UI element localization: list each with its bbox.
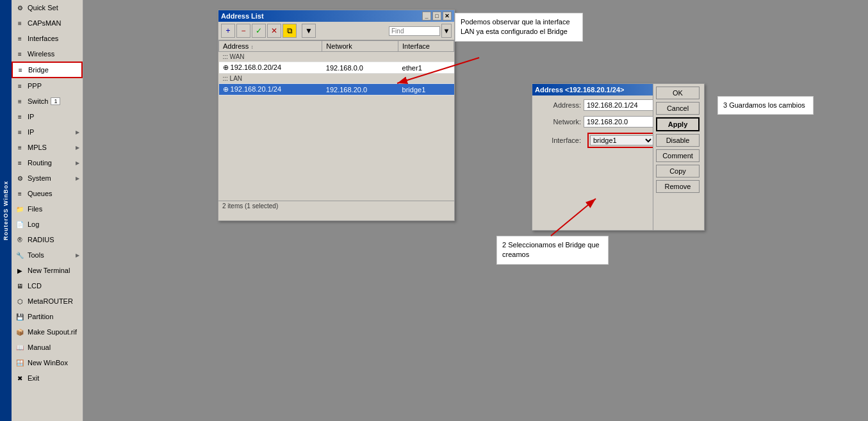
sidebar-label-switch: Switch: [28, 97, 48, 105]
apply-button[interactable]: Apply: [656, 117, 700, 131]
filter-button[interactable]: ▼: [302, 24, 316, 38]
sidebar-item-ppp[interactable]: ≡ PPP: [12, 78, 83, 94]
lan-interface: bridge1: [398, 84, 454, 95]
sidebar-label-ppp: PPP: [28, 82, 42, 90]
copy-button[interactable]: Copy: [656, 165, 700, 177]
interface-label: Interface:: [536, 136, 581, 144]
sidebar-item-interfaces[interactable]: ≡ Interfaces: [12, 31, 83, 46]
manual-icon: 📖: [15, 342, 25, 352]
network-label: Network:: [536, 118, 581, 126]
system-icon: ⚙: [15, 173, 25, 183]
restore-button[interactable]: □: [432, 12, 441, 21]
sidebar-item-metarouter[interactable]: ⬡ MetaROUTER: [12, 293, 83, 309]
system-arrow-icon: ▶: [76, 176, 79, 181]
sidebar-label-exit: Exit: [28, 374, 39, 382]
lcd-icon: 🖥: [15, 281, 25, 291]
annotation-text-3: 3 Guardamos los cambios: [723, 101, 805, 109]
interface-select[interactable]: bridge1 ether1: [590, 135, 654, 145]
sidebar-item-lcd[interactable]: 🖥 LCD: [12, 278, 83, 293]
annotation-box-3: 3 Guardamos los cambios: [717, 96, 814, 115]
address-detail-title: Address <192.168.20.1/24>: [535, 86, 624, 94]
sidebar-label-interfaces: Interfaces: [28, 35, 58, 42]
dropdown-arrow-button[interactable]: ▼: [441, 24, 452, 38]
sidebar-label-queues: Queues: [28, 190, 53, 197]
wireless-icon: ≡: [15, 49, 25, 59]
sidebar-item-queues[interactable]: ≡ Queues: [12, 186, 83, 201]
bridge-icon: ≡: [15, 65, 26, 75]
table-row-wan[interactable]: ⊕ 192.168.0.20/24 192.168.0.0 ether1: [219, 62, 454, 74]
address-label: Address:: [536, 101, 581, 109]
address-list-controls: _ □ ✕: [422, 12, 452, 21]
find-input[interactable]: [389, 26, 440, 36]
sidebar-label-mesh: IP: [28, 113, 34, 120]
sidebar-item-radius[interactable]: ® RADIUS: [12, 232, 83, 247]
group-label-wan: ::: WAN: [219, 52, 454, 62]
sidebar-item-tools[interactable]: 🔧 Tools ▶: [12, 247, 83, 263]
col-network[interactable]: Network: [322, 41, 398, 52]
sidebar-label-lcd: LCD: [28, 282, 42, 290]
interfaces-icon: ≡: [15, 33, 25, 44]
sidebar-label-mpls: MPLS: [28, 144, 47, 151]
sidebar-item-capsman[interactable]: ≡ CAPsMAN: [12, 15, 83, 31]
sidebar-items: ⚙ Quick Set ≡ CAPsMAN ≡ Interfaces ≡ Wir…: [12, 0, 83, 421]
sidebar-item-ip[interactable]: ≡ IP ▶: [12, 124, 83, 140]
group-row-wan: ::: WAN: [219, 52, 454, 62]
sidebar-item-wireless[interactable]: ≡ Wireless: [12, 46, 83, 62]
terminal-icon: ▶: [15, 265, 25, 276]
remove-button[interactable]: Remove: [656, 180, 700, 193]
wan-address: ⊕ 192.168.0.20/24: [219, 62, 322, 74]
sidebar-label-routing: Routing: [28, 159, 52, 167]
check-button[interactable]: ✓: [252, 24, 266, 38]
minimize-button[interactable]: _: [422, 12, 431, 21]
sidebar-label-system: System: [28, 174, 51, 182]
sidebar-item-mesh[interactable]: ≡ IP: [12, 109, 83, 124]
sidebar-item-manual[interactable]: 📖 Manual: [12, 340, 83, 355]
partition-icon: 💾: [15, 311, 25, 322]
sidebar-item-routing[interactable]: ≡ Routing ▶: [12, 155, 83, 170]
annotation-box-1: Podemos observar que la interface LAN ya…: [455, 13, 583, 42]
col-interface[interactable]: Interface: [398, 41, 454, 52]
disable-button[interactable]: Disable: [656, 134, 700, 147]
x-button[interactable]: ✕: [267, 24, 281, 38]
sidebar-item-make-supout[interactable]: 📦 Make Supout.rif: [12, 324, 83, 340]
sidebar-item-log[interactable]: 📄 Log: [12, 217, 83, 232]
log-icon: 📄: [15, 219, 25, 229]
ok-button[interactable]: OK: [656, 87, 700, 99]
copy-toolbar-button[interactable]: ⧉: [283, 24, 297, 38]
winbox-icon: 🪟: [15, 358, 25, 368]
sidebar-label-new-terminal: New Terminal: [28, 267, 70, 274]
sidebar-item-new-terminal[interactable]: ▶ New Terminal: [12, 263, 83, 278]
sidebar-label-make-supout: Make Supout.rif: [28, 328, 77, 336]
sidebar-item-mpls[interactable]: ≡ MPLS ▶: [12, 140, 83, 155]
add-button[interactable]: +: [221, 24, 235, 38]
queues-icon: ≡: [15, 188, 25, 199]
close-button[interactable]: ✕: [443, 12, 452, 21]
sidebar-label-wireless: Wireless: [28, 50, 54, 58]
sidebar-item-system[interactable]: ⚙ System ▶: [12, 170, 83, 186]
sidebar-item-bridge[interactable]: ≡ Bridge: [12, 62, 83, 78]
sidebar-label-radius: RADIUS: [28, 236, 54, 244]
supout-icon: 📦: [15, 327, 25, 337]
arrows-svg: [83, 0, 868, 421]
sidebar-item-new-winbox[interactable]: 🪟 New WinBox: [12, 355, 83, 370]
sidebar-label-log: Log: [28, 220, 39, 228]
sidebar-item-partition[interactable]: 💾 Partition: [12, 309, 83, 324]
address-list-titlebar: Address List _ □ ✕: [218, 10, 454, 22]
sidebar-item-exit[interactable]: ✖ Exit: [12, 370, 83, 386]
sidebar-item-switch[interactable]: ≡ Switch 1: [12, 94, 83, 109]
table-row-lan[interactable]: ⊕ 192.168.20.1/24 192.168.20.0 bridge1: [219, 84, 454, 95]
remove-toolbar-button[interactable]: −: [236, 24, 250, 38]
annotation-text-2: 2 Seleccionamos el Bridge que creamos: [502, 241, 600, 258]
cancel-button[interactable]: Cancel: [656, 102, 700, 115]
sidebar-label-capsman: CAPsMAN: [28, 19, 61, 27]
address-table: Address ↕ Network Interface ::: WAN: [218, 40, 454, 95]
sidebar-item-quick-set[interactable]: ⚙ Quick Set: [12, 0, 83, 15]
lan-address: ⊕ 192.168.20.1/24: [219, 84, 322, 95]
group-row-lan: ::: LAN: [219, 74, 454, 84]
sidebar-item-files[interactable]: 📁 Files: [12, 201, 83, 217]
sidebar-label-bridge: Bridge: [28, 66, 49, 74]
exit-icon: ✖: [15, 373, 25, 383]
sidebar-label-ip: IP: [28, 128, 34, 136]
comment-button[interactable]: Comment: [656, 149, 700, 162]
col-address[interactable]: Address ↕: [219, 41, 322, 52]
